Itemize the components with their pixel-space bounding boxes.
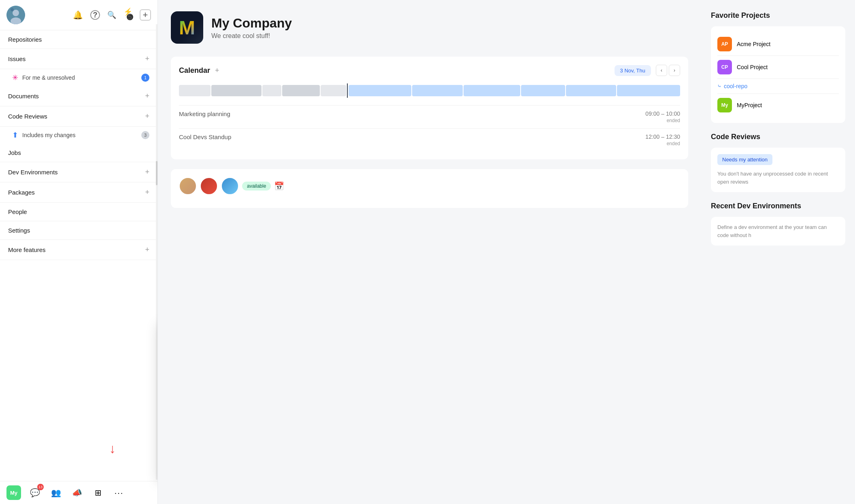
- user-avatar[interactable]: [6, 6, 25, 24]
- right-code-reviews-section: Code Reviews Needs my attention You don'…: [711, 133, 845, 192]
- main-content: M My Company We create cool stuff! Calen…: [158, 0, 855, 504]
- timeline-bar-7: [412, 85, 463, 96]
- documents-plus-icon[interactable]: +: [145, 92, 149, 100]
- bell-icon[interactable]: 🔔: [73, 10, 83, 20]
- sidebar-item-settings[interactable]: Settings: [0, 221, 157, 240]
- calendar-next-button[interactable]: ›: [669, 65, 680, 76]
- sidebar-item-more-features[interactable]: More features +: [0, 240, 157, 260]
- issues-badge: 1: [141, 74, 149, 82]
- members-section: available 📅: [171, 169, 688, 208]
- acme-project-icon: AP: [717, 37, 732, 51]
- sidebar-item-documents[interactable]: Documents +: [0, 86, 157, 106]
- settings-label: Settings: [8, 227, 30, 234]
- calendar-event-2[interactable]: Cool Devs Standup 12:00 – 12:30 ended: [179, 128, 680, 151]
- code-reviews-needs-attention: Needs my attention: [717, 154, 772, 165]
- event-1-time-block: 09:00 – 10:00 ended: [645, 110, 680, 123]
- calendar-prev-button[interactable]: ‹: [656, 65, 667, 76]
- code-reviews-empty-text: You don't have any unprocessed code in r…: [717, 170, 839, 186]
- center-panel: M My Company We create cool stuff! Calen…: [158, 0, 701, 504]
- timeline-bar-8: [464, 85, 520, 96]
- sidebar-item-packages[interactable]: Packages +: [0, 182, 157, 203]
- members-avatars: available 📅: [179, 177, 680, 195]
- sidebar-item-issues[interactable]: Issues +: [0, 49, 157, 69]
- fav-project-cool-repo[interactable]: ⤷ cool-repo: [717, 79, 839, 94]
- calendar-header: Calendar + 3 Nov, Thu ‹ ›: [179, 65, 680, 76]
- scrollbar-thumb[interactable]: [156, 161, 157, 185]
- timeline-current-time: [347, 83, 348, 98]
- sidebar-item-repositories[interactable]: Repositories: [0, 30, 157, 49]
- calendar-timeline: [179, 83, 680, 99]
- documents-label: Documents: [8, 93, 39, 100]
- timeline-bar-10: [566, 85, 617, 96]
- help-icon[interactable]: ?: [90, 10, 100, 20]
- company-info: My Company We create cool stuff!: [211, 16, 292, 40]
- calendar-title: Calendar: [179, 66, 210, 75]
- acme-project-name: Acme Project: [737, 41, 770, 47]
- avatar-image: [6, 6, 25, 24]
- code-review-sub-icon: ⬆: [12, 131, 18, 140]
- timeline-bar-6: [349, 85, 412, 96]
- company-logo: M: [171, 11, 203, 44]
- calendar-add-button[interactable]: +: [215, 66, 219, 75]
- more-footer-icon[interactable]: ···: [112, 485, 126, 500]
- event-1-status: ended: [645, 118, 680, 123]
- scrollbar-track: [156, 24, 157, 480]
- company-name: My Company: [211, 16, 292, 31]
- myproject-name: MyProject: [737, 102, 762, 108]
- dev-environments-plus-icon[interactable]: +: [145, 168, 149, 176]
- repo-icon: ⤷: [717, 83, 721, 89]
- search-icon[interactable]: 🔍: [107, 11, 116, 19]
- issues-plus-icon[interactable]: +: [145, 55, 149, 63]
- event-1-name: Marketing planning: [179, 110, 230, 117]
- fav-project-acme[interactable]: AP Acme Project: [717, 33, 839, 56]
- cool-repo-link: ⤷ cool-repo: [717, 83, 747, 89]
- availability-status: available: [242, 182, 271, 191]
- fav-project-cool[interactable]: CP Cool Project: [717, 56, 839, 79]
- sidebar-sub-code-reviews[interactable]: ⬆ Includes my changes 3: [0, 127, 157, 144]
- member-avatar-2: [200, 177, 218, 195]
- sidebar-item-people[interactable]: People: [0, 203, 157, 221]
- member-avatar-1: [179, 177, 197, 195]
- event-1-time: 09:00 – 10:00: [645, 110, 680, 117]
- sidebar-item-jobs[interactable]: Jobs: [0, 144, 157, 162]
- calendar-event-1[interactable]: Marketing planning 09:00 – 10:00 ended: [179, 105, 680, 128]
- code-reviews-plus-icon[interactable]: +: [145, 112, 149, 121]
- people-footer-icon[interactable]: 👥: [49, 485, 63, 500]
- code-reviews-label: Code Reviews: [8, 113, 47, 120]
- event-2-status: ended: [645, 141, 680, 146]
- sidebar-sub-issues[interactable]: ✳ For me & unresolved 1: [0, 69, 157, 86]
- issues-label: Issues: [8, 55, 26, 62]
- code-reviews-card: Needs my attention You don't have any un…: [711, 148, 845, 192]
- timeline-bar-5: [321, 85, 346, 96]
- megaphone-footer-icon[interactable]: 📣: [70, 485, 84, 500]
- calendar-nav: ‹ ›: [656, 65, 680, 76]
- more-features-plus-icon[interactable]: +: [145, 246, 149, 254]
- sidebar-footer: My 💬 13 👥 📣 ⊞ ···: [0, 481, 157, 504]
- packages-plus-icon[interactable]: +: [145, 188, 149, 197]
- calendar-date-pill: 3 Nov, Thu: [615, 65, 651, 76]
- code-reviews-sub-label: Includes my changes: [22, 132, 76, 138]
- sidebar-item-code-reviews[interactable]: Code Reviews +: [0, 106, 157, 127]
- company-subtitle: We create cool stuff!: [211, 32, 292, 40]
- favorite-projects-card: AP Acme Project CP Cool Project ⤷ cool-r…: [711, 26, 845, 123]
- avatar-svg: [6, 6, 25, 24]
- company-logo-letter: M: [179, 17, 195, 39]
- fav-project-my[interactable]: My MyProject: [717, 94, 839, 116]
- code-reviews-badge: 3: [141, 131, 149, 139]
- my-project-footer-icon[interactable]: My: [6, 485, 21, 500]
- lightning-icon[interactable]: ⚡ 5: [123, 7, 132, 23]
- grid-footer-icon[interactable]: ⊞: [91, 485, 105, 500]
- member-avatar-3: [221, 177, 239, 195]
- calendar-icon[interactable]: 📅: [274, 181, 284, 191]
- repositories-label: Repositories: [8, 36, 42, 43]
- add-icon[interactable]: +: [140, 9, 151, 21]
- sidebar-header: 🔔 ? 🔍 ⚡ 5 +: [0, 0, 157, 30]
- timeline-bar-9: [521, 85, 565, 96]
- dev-environments-card: Define a dev environment at the your tea…: [711, 217, 845, 246]
- event-2-time: 12:00 – 12:30: [645, 133, 680, 140]
- cool-repo-name: cool-repo: [724, 83, 747, 89]
- sidebar-item-dev-environments[interactable]: Dev Environments +: [0, 162, 157, 182]
- chat-footer-icon[interactable]: 💬 13: [28, 485, 42, 500]
- favorite-projects-title: Favorite Projects: [711, 11, 845, 20]
- packages-label: Packages: [8, 189, 35, 196]
